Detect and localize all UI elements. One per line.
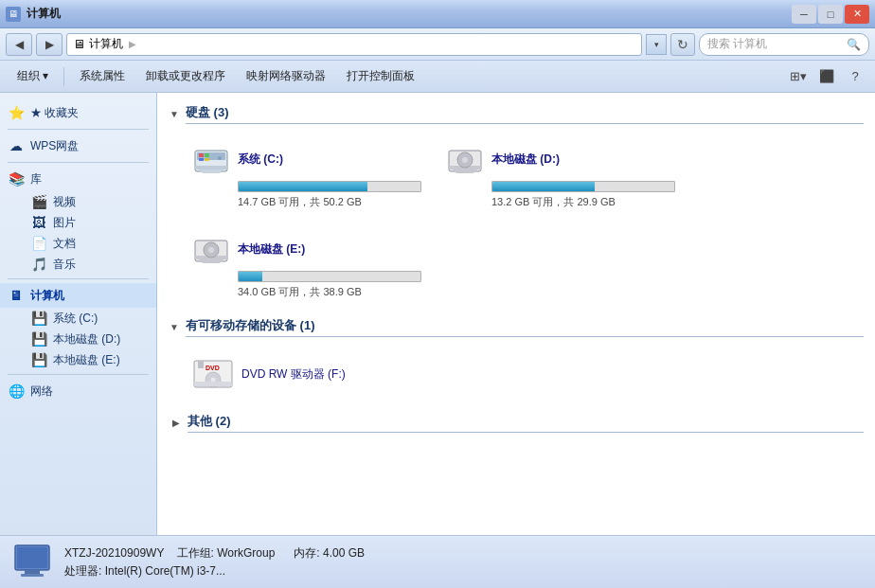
removable-section-title: 有可移动存储的设备 (1) [186,317,864,337]
sidebar-item-locale[interactable]: 💾 本地磁盘 (E:) [23,349,156,370]
drive-c-info: 14.7 GB 可用，共 50.2 GB [238,195,421,209]
sidebar-item-music[interactable]: 🎵 音乐 [23,254,156,275]
sidebar-wps-section: ☁ WPS网盘 [0,134,156,158]
sidebar-item-network[interactable]: 🌐 网络 [0,379,156,403]
main-layout: ⭐ ★ 收藏夹 ☁ WPS网盘 📚 库 🎬 视频 🖼 [0,93,875,535]
sidebar-item-locald[interactable]: 💾 本地磁盘 (D:) [23,329,156,349]
close-button[interactable]: ✕ [845,5,869,24]
drive-d-header: 本地磁盘 (D:) [446,140,675,178]
toolbar-separator [63,67,64,86]
sidebar-item-video[interactable]: 🎬 视频 [23,191,156,212]
map-drive-button[interactable]: 映射网络驱动器 [237,64,335,89]
drive-d-bar [491,181,675,192]
drive-e-header: 本地磁盘 (E:) [192,230,421,268]
drive-e-icon: 💾 [30,351,47,368]
drive-c-fill [239,182,367,191]
sidebar-network-label: 网络 [30,383,53,400]
sidebar-divider-3 [8,278,149,279]
status-pcname: XTZJ-20210909WY [64,546,164,560]
sidebar-item-favorites[interactable]: ⭐ ★ 收藏夹 [0,100,156,125]
svg-rect-21 [194,382,232,386]
svg-text:DVD: DVD [205,365,220,371]
titlebar-controls: ─ □ ✕ [792,5,869,24]
status-workgroup: 工作组: WorkGroup [177,546,276,560]
status-info: XTZJ-20210909WY 工作组: WorkGroup 内存: 4.00 … [64,545,365,579]
sidebar-item-image[interactable]: 🖼 图片 [23,212,156,233]
status-row-1: XTZJ-20210909WY 工作组: WorkGroup 内存: 4.00 … [64,545,365,561]
uninstall-button[interactable]: 卸载或更改程序 [136,64,235,89]
drive-item-e[interactable]: 本地磁盘 (E:) 34.0 GB 可用，共 38.9 GB [184,223,430,306]
search-box[interactable]: 搜索 计算机 🔍 [699,33,869,56]
drive-e-icon [192,230,230,268]
video-icon: 🎬 [30,193,47,210]
removable-section-header[interactable]: ▼ 有可移动存储的设备 (1) [169,317,864,337]
refresh-button[interactable]: ↻ [670,33,695,56]
other-section-title: 其他 (2) [188,413,864,433]
sidebar-favorites-label: ★ 收藏夹 [30,105,79,121]
back-button[interactable]: ◀ [6,33,32,56]
sidebar-network-section: 🌐 网络 [0,379,156,403]
location-icon: 🖥 [73,37,85,51]
forward-button[interactable]: ▶ [36,33,62,56]
view-options-button[interactable]: ⊞▾ [786,64,811,89]
drive-item-d[interactable]: 本地磁盘 (D:) 13.2 GB 可用，共 29.9 GB [438,134,684,216]
dvd-drive-item[interactable]: DVD DVD RW 驱动器 (F:) [169,347,864,401]
sidebar-item-library[interactable]: 📚 库 [0,167,156,191]
help-button[interactable]: ? [843,64,867,89]
hardisk-toggle-icon: ▼ [169,109,180,120]
drive-c-name: 系统 (C:) [238,151,283,168]
sidebar-computer-label: 计算机 [30,288,64,304]
drive-e-info: 34.0 GB 可用，共 38.9 GB [238,285,421,299]
sidebar-locald-label: 本地磁盘 (D:) [53,331,120,347]
removable-toggle-icon: ▼ [169,322,180,333]
sidebar-document-label: 文档 [53,236,76,252]
sidebar-item-computer[interactable]: 🖥 计算机 [0,283,156,308]
sidebar-music-label: 音乐 [53,257,76,273]
address-dropdown[interactable]: ▾ [646,34,667,55]
drive-grid: 系统 (C:) 14.7 GB 可用，共 50.2 GB [169,134,864,306]
hardisk-section-header[interactable]: ▼ 硬盘 (3) [169,104,864,124]
svg-rect-17 [198,361,204,368]
svg-rect-23 [17,547,47,568]
computer-icon: 🖥 [8,287,25,304]
drive-c-icon [192,140,230,178]
sidebar-item-wps[interactable]: ☁ WPS网盘 [0,134,156,158]
address-arrow: ▶ [129,39,136,49]
organize-button[interactable]: 组织 ▾ [8,64,58,89]
svg-rect-5 [205,153,209,157]
maximize-button[interactable]: □ [818,5,843,24]
sidebar-image-label: 图片 [53,215,76,231]
other-section-header[interactable]: ▶ 其他 (2) [169,413,864,433]
search-placeholder: 搜索 计算机 [707,36,767,52]
pane-button[interactable]: ⬛ [814,64,839,89]
dvd-drive-name: DVD RW 驱动器 (F:) [241,366,346,383]
titlebar: 🖥 计算机 ─ □ ✕ [0,0,875,28]
drive-item-c[interactable]: 系统 (C:) 14.7 GB 可用，共 50.2 GB [184,134,430,216]
svg-rect-7 [205,158,209,161]
status-cpu: 处理器: Intel(R) Core(TM) i3-7... [64,564,225,578]
sidebar-library-sub: 🎬 视频 🖼 图片 📄 文档 🎵 音乐 [0,191,156,275]
address-text: 计算机 [89,36,123,52]
address-field[interactable]: 🖥 计算机 ▶ [66,33,642,56]
system-props-button[interactable]: 系统属性 [70,64,134,89]
titlebar-left: 🖥 计算机 [6,6,61,22]
search-icon: 🔍 [847,38,861,51]
drive-e-fill [239,272,262,281]
sidebar-item-sysc[interactable]: 💾 系统 (C:) [23,308,156,329]
library-icon: 📚 [8,170,25,187]
sidebar-divider-4 [8,374,149,375]
sidebar-library-section: 📚 库 🎬 视频 🖼 图片 📄 文档 🎵 音乐 [0,167,156,275]
image-icon: 🖼 [30,214,47,231]
network-icon: 🌐 [8,383,25,400]
minimize-button[interactable]: ─ [792,5,816,24]
svg-rect-6 [199,158,204,161]
sidebar-library-label: 库 [30,171,42,187]
status-pc-icon [11,542,53,583]
titlebar-title: 计算机 [27,6,61,22]
svg-point-20 [211,378,216,383]
content-area: ▼ 硬盘 (3) [157,93,875,535]
open-panel-button[interactable]: 打开控制面板 [337,64,424,89]
statusbar: XTZJ-20210909WY 工作组: WorkGroup 内存: 4.00 … [0,535,875,588]
sidebar-item-document[interactable]: 📄 文档 [23,233,156,254]
sidebar-wps-label: WPS网盘 [30,138,79,154]
